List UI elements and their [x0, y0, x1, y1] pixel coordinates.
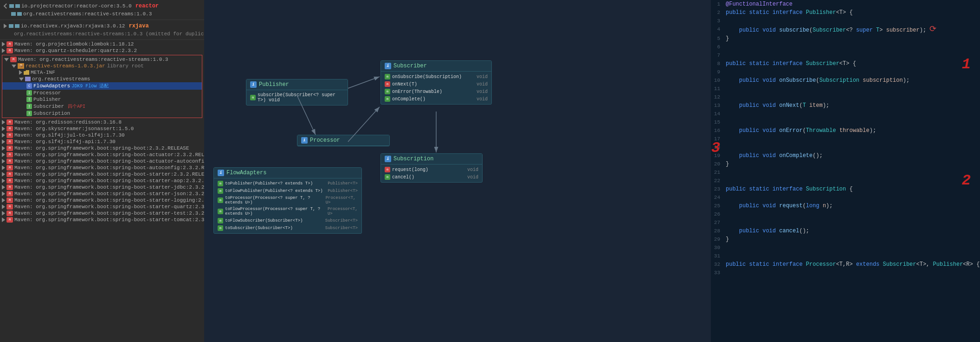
code-line-25: 25 public void request(long n);: [711, 202, 980, 210]
tree-item[interactable]: M Maven: org.springframework.boot:spring…: [0, 151, 204, 158]
flowadapters-title: FlowAdapters: [226, 170, 266, 176]
publisher-body: m subscribe(Subscriber<? super T>) void: [246, 90, 348, 105]
tree-item[interactable]: M Maven: org.redisson:redisson:3.16.8: [0, 119, 204, 125]
tree-item-jar[interactable]: 📦 reactive-streams-1.0.3.jar library roo…: [2, 63, 202, 69]
maven-icon: M: [6, 191, 13, 197]
maven-icon: M: [6, 126, 13, 132]
tree-item[interactable]: M Maven: org.springframework.boot:spring…: [0, 217, 204, 223]
tree-item[interactable]: M Maven: org.springframework.boot:spring…: [0, 158, 204, 164]
tree-item[interactable]: M Maven: org.springframework.boot:spring…: [0, 178, 204, 184]
code-line-30: 30: [711, 243, 980, 252]
code-line-4: 4 public void subscribe(Subscriber<? sup…: [711, 25, 980, 34]
subscriber-method: m onComplete() void: [381, 95, 491, 103]
method-icon: m: [218, 181, 223, 186]
code-line-14: 14: [711, 110, 980, 118]
maven-icon: M: [6, 41, 13, 47]
code-line-2: 2 public static interface Publisher<T> {: [711, 8, 980, 17]
processor-title: Processor: [310, 137, 340, 144]
maven-icon: M: [6, 152, 13, 158]
tree-item[interactable]: M Maven: org.springframework.boot:spring…: [0, 164, 204, 171]
method-icon: m: [218, 209, 223, 214]
code-line-19: 19 public void onComplete();: [711, 151, 980, 160]
folder-icon: [24, 70, 29, 75]
code-line-17: 17: [711, 135, 980, 143]
tree-item[interactable]: M Maven: org.springframework.boot:spring…: [0, 191, 204, 197]
tree-item[interactable]: M Maven: org.skyscreamer:jsonassert:1.5.…: [0, 125, 204, 132]
code-line-10: 10 public void onSubscribe(Subscription …: [711, 76, 980, 85]
maven-icon: M: [6, 210, 13, 216]
tree-item-publisher[interactable]: I Publisher: [2, 96, 202, 103]
tree-item[interactable]: M Maven: org.projectlombok:lombok:1.18.1…: [0, 41, 204, 47]
interface-icon: I: [26, 90, 32, 96]
maven-icon: M: [6, 139, 13, 145]
jar-icon: 📦: [18, 63, 24, 69]
subscription-box: i Subscription m request(long) void m ca…: [380, 153, 483, 183]
maven-icon: M: [6, 132, 13, 138]
flowadapters-method: m toPublisher(Publisher<? extends T>) Pu…: [214, 180, 361, 187]
code-line-32: 32 public static interface Processor<T,R…: [711, 260, 980, 269]
subscription-title: Subscription: [393, 156, 433, 162]
subscriber-method: m onSubscribe(Subscription) void: [381, 73, 491, 80]
tree-item-metainf[interactable]: META-INF: [2, 69, 202, 76]
subscriber-method: m onError(Throwable) void: [381, 88, 491, 95]
maven-icon: M: [6, 158, 13, 164]
method-icon: m: [385, 74, 390, 79]
subscription-body: m request(long) void m cancel() void: [381, 164, 482, 182]
code-line-21: 21: [711, 168, 980, 177]
reactive-streams-highlight: M Maven: org.reactivestreams:reactive-st…: [2, 55, 202, 118]
code-line-12: 12: [711, 93, 980, 101]
subscriber-header: i Subscriber: [381, 61, 491, 72]
reactor-dep2: org.reactivestreams:reactive-streams:1.0…: [0, 10, 204, 18]
interface-icon: i: [218, 170, 224, 176]
reactor-dep1: io.projectreactor:reactor-core:3.5.0 rea…: [0, 2, 204, 10]
publisher-header: i Publisher: [246, 79, 348, 90]
rxjava-dep2: org.reactivestreams:reactive-streams:1.0…: [0, 30, 204, 38]
code-line-23: 23 public static interface Subscription …: [711, 185, 980, 193]
tree-item-package[interactable]: org.reactivestreams: [2, 76, 202, 82]
subscription-method: m request(long) void: [381, 166, 482, 173]
code-line-3: 3: [711, 17, 980, 25]
reactor-section: io.projectreactor:reactor-core:3.5.0 rea…: [0, 0, 204, 20]
tree-item-processor[interactable]: I Processor: [2, 90, 202, 96]
left-panel: io.projectreactor:reactor-core:3.5.0 rea…: [0, 0, 204, 342]
interface-icon: I: [26, 104, 32, 109]
tree-item[interactable]: M Maven: org.quartz-scheduler:quartz:2.3…: [0, 47, 204, 54]
class-icon: C: [26, 83, 32, 89]
tree-item[interactable]: M Maven: org.springframework.boot:spring…: [0, 204, 204, 210]
method-icon: m: [250, 95, 256, 100]
method-icon: m: [385, 96, 390, 102]
rxjava-dep1: io.reactivex.rxjava3:rxjava:3.0.12 rxjav…: [0, 22, 204, 30]
tree-item[interactable]: M Maven: org.slf4j:slf4j-api:1.7.30: [0, 138, 204, 145]
code-line-1: 1 @FunctionalInterface: [711, 0, 980, 8]
maven-icon: M: [6, 171, 13, 177]
code-line-5: 5 }: [711, 34, 980, 43]
tree-item[interactable]: M Maven: org.springframework.boot:spring…: [0, 171, 204, 178]
tree-item-reactive[interactable]: M Maven: org.reactivestreams:reactive-st…: [2, 56, 202, 63]
tree-item-flowadapters[interactable]: C FlowAdapters JDK9 Flow 适配: [2, 82, 202, 90]
code-line-29: 29 }: [711, 235, 980, 243]
maven-icon: M: [6, 184, 13, 190]
maven-icon: M: [6, 197, 13, 203]
interface-icon: I: [26, 111, 32, 116]
tree-item[interactable]: M Maven: org.springframework.boot:spring…: [0, 197, 204, 204]
code-line-18: 18: [711, 143, 980, 151]
code-line-27: 27: [711, 218, 980, 227]
method-icon: m: [385, 89, 390, 94]
code-line-7: 7: [711, 51, 980, 59]
method-icon: m: [218, 218, 223, 224]
interface-icon: i: [301, 137, 308, 144]
tree-item[interactable]: M Maven: org.slf4j:jul-to-slf4j:1.7.30: [0, 132, 204, 138]
subscriber-body: m onSubscribe(Subscription) void m onNex…: [381, 72, 491, 104]
flowadapters-method: m toFlowProcessor(Processor<? super T, ?…: [214, 206, 361, 217]
flowadapters-body: m toPublisher(Publisher<? extends T>) Pu…: [214, 178, 361, 233]
processor-header: i Processor: [297, 135, 389, 146]
tree-item[interactable]: M Maven: org.springframework.boot:spring…: [0, 184, 204, 191]
tree-item-subscriber[interactable]: I Subscriber 四个API: [2, 103, 202, 110]
tree-item[interactable]: M Maven: org.springframework.boot:spring…: [0, 145, 204, 151]
publisher-box: i Publisher m subscribe(Subscriber<? sup…: [246, 79, 348, 105]
code-line-15: 15: [711, 118, 980, 126]
publisher-method: m subscribe(Subscriber<? super T>) void: [246, 92, 348, 104]
tree-item-subscription[interactable]: I Subscription: [2, 110, 202, 117]
tree-item[interactable]: M Maven: org.springframework.boot:spring…: [0, 210, 204, 217]
interface-icon: i: [385, 156, 391, 162]
